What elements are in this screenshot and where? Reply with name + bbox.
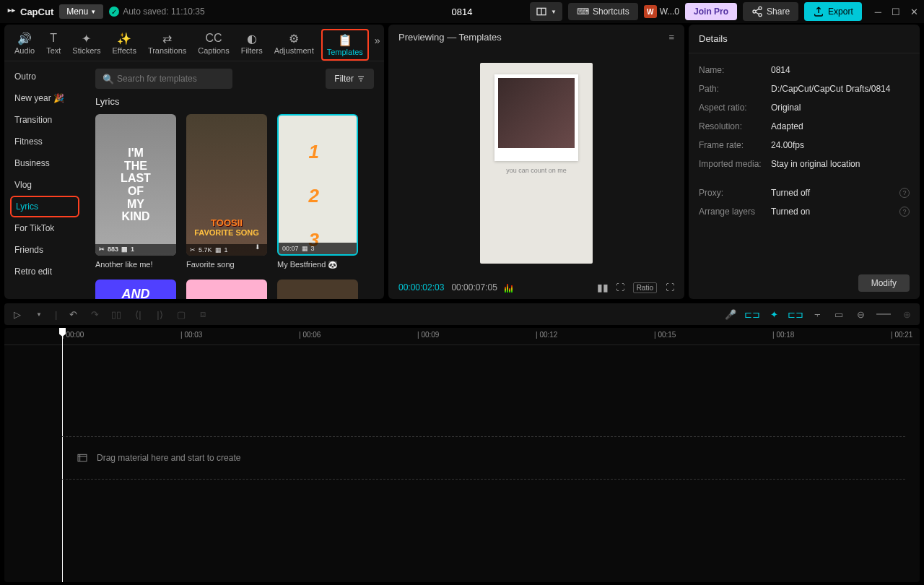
time-total: 00:00:07:05 bbox=[451, 282, 497, 292]
split-icon[interactable]: ▯▯ bbox=[110, 308, 122, 320]
templates-icon: 📋 bbox=[339, 33, 352, 46]
crop-icon[interactable]: ⛶ bbox=[616, 282, 624, 292]
search-icon: 🔍 bbox=[103, 74, 114, 84]
preview-title: Previewing — Templates bbox=[398, 32, 502, 43]
menu-button[interactable]: Menu ▼ bbox=[59, 4, 103, 19]
detail-label: Frame rate: bbox=[699, 140, 771, 150]
join-pro-button[interactable]: Join Pro bbox=[685, 3, 737, 20]
layout-button[interactable]: ▼ bbox=[530, 2, 562, 21]
redo-icon[interactable]: ↷ bbox=[89, 308, 100, 320]
trim-right-icon[interactable]: |⟩ bbox=[154, 308, 165, 320]
template-card[interactable] bbox=[186, 280, 267, 299]
sidebar-item-retroedit[interactable]: Retro edit bbox=[4, 261, 85, 282]
sidebar-item-friends[interactable]: Friends bbox=[4, 239, 85, 261]
zoom-in-icon[interactable]: ⊕ bbox=[901, 308, 912, 320]
detail-value: Turned on bbox=[771, 207, 899, 217]
info-icon[interactable]: ? bbox=[899, 207, 910, 217]
undo-icon[interactable]: ↶ bbox=[67, 308, 79, 320]
template-card[interactable]: 1 2 3 00:07 ▦3 My Bestfriend 🐼 bbox=[277, 114, 358, 269]
sidebar-item-newyear[interactable]: New year 🎉 bbox=[4, 87, 85, 109]
search-input[interactable] bbox=[95, 69, 232, 89]
align-icon[interactable]: ⫟ bbox=[811, 308, 823, 320]
tab-transitions[interactable]: ⇄Transitions bbox=[144, 29, 191, 58]
filter-button[interactable]: Filter bbox=[326, 69, 374, 89]
preview-menu-icon[interactable]: ≡ bbox=[668, 32, 674, 43]
ruler-mark: | 00:15 bbox=[654, 331, 676, 339]
template-card[interactable] bbox=[277, 280, 358, 299]
minimize-button[interactable]: ─ bbox=[875, 6, 881, 17]
media-icon bbox=[77, 452, 88, 464]
crop-tool-icon[interactable]: ⧈ bbox=[197, 308, 209, 320]
filters-icon: ◐ bbox=[245, 32, 258, 45]
detail-label: Arrange layers bbox=[699, 207, 771, 217]
tab-text[interactable]: TText bbox=[42, 29, 65, 58]
tab-captions[interactable]: CCCaptions bbox=[193, 29, 233, 58]
mic-icon[interactable]: 🎤 bbox=[725, 308, 736, 320]
pointer-tool-icon[interactable]: ▷ bbox=[12, 308, 23, 320]
section-title: Lyrics bbox=[95, 96, 374, 107]
sidebar-item-fortiktok[interactable]: For TikTok bbox=[4, 217, 85, 239]
user-info[interactable]: W W...0 bbox=[644, 5, 679, 18]
more-tabs-icon[interactable]: » bbox=[372, 29, 383, 52]
audio-levels-icon bbox=[505, 282, 513, 292]
link-icon[interactable]: ⊏⊐ bbox=[790, 308, 801, 320]
preview-tl-icon[interactable]: ▭ bbox=[833, 308, 845, 320]
close-button[interactable]: ✕ bbox=[910, 6, 918, 17]
detail-label: Name: bbox=[699, 65, 771, 75]
detail-label: Imported media: bbox=[699, 159, 771, 169]
sidebar-item-transition[interactable]: Transition bbox=[4, 109, 85, 131]
stickers-icon: ✦ bbox=[80, 32, 93, 45]
shortcuts-button[interactable]: ⌨ Shortcuts bbox=[568, 3, 638, 20]
sidebar-item-fitness[interactable]: Fitness bbox=[4, 131, 85, 152]
template-card[interactable]: TOOSII FAVORITE SONG ✂5.7K ▦1⬇ Favorite … bbox=[186, 114, 267, 269]
delete-icon[interactable]: ▢ bbox=[175, 308, 187, 320]
sidebar-item-vlog[interactable]: Vlog bbox=[4, 174, 85, 196]
detail-value: Original bbox=[771, 103, 910, 113]
sidebar-item-outro[interactable]: Outro bbox=[4, 66, 85, 87]
detail-value: 0814 bbox=[771, 65, 910, 75]
zoom-slider[interactable] bbox=[876, 313, 891, 315]
fullscreen-icon[interactable]: ⛶ bbox=[666, 282, 674, 292]
modify-button[interactable]: Modify bbox=[858, 274, 910, 292]
preview-canvas[interactable]: you can count on me bbox=[388, 50, 684, 276]
check-icon: ✓ bbox=[109, 6, 119, 17]
share-button[interactable]: Share bbox=[743, 2, 798, 21]
captions-icon: CC bbox=[207, 32, 220, 45]
download-icon[interactable]: ⬇ bbox=[255, 243, 265, 254]
pause-button[interactable]: ▮▮ bbox=[597, 282, 609, 293]
ruler-mark: | 00:09 bbox=[417, 331, 439, 339]
sidebar-item-lyrics[interactable]: Lyrics bbox=[10, 196, 79, 217]
template-card[interactable]: I'M THE LAST OF MY KIND ✂883 ▦1 Another … bbox=[95, 114, 176, 269]
info-icon[interactable]: ? bbox=[899, 188, 910, 198]
project-title: 0814 bbox=[452, 6, 473, 17]
details-title: Details bbox=[689, 25, 920, 53]
tab-adjustment[interactable]: ⚙Adjustment bbox=[270, 29, 318, 58]
audio-icon: 🔊 bbox=[18, 32, 31, 45]
transitions-icon: ⇄ bbox=[161, 32, 174, 45]
tab-effects[interactable]: ✨Effects bbox=[108, 29, 140, 58]
detail-value: 24.00fps bbox=[771, 140, 910, 150]
tab-templates[interactable]: 📋Templates bbox=[321, 29, 369, 61]
detail-value: D:/CapCut/CapCut Drafts/0814 bbox=[771, 84, 910, 94]
sidebar-item-business[interactable]: Business bbox=[4, 152, 85, 174]
maximize-button[interactable]: ☐ bbox=[892, 6, 900, 17]
detail-label: Resolution: bbox=[699, 121, 771, 131]
ratio-button[interactable]: Ratio bbox=[633, 282, 657, 293]
snap-icon[interactable]: ✦ bbox=[768, 308, 780, 320]
detail-label: Aspect ratio: bbox=[699, 103, 771, 113]
export-button[interactable]: Export bbox=[804, 2, 862, 21]
app-logo: CapCut bbox=[6, 6, 53, 17]
autosave-status: ✓ Auto saved: 11:10:35 bbox=[109, 6, 204, 17]
svg-rect-2 bbox=[78, 454, 87, 461]
magnet-icon[interactable]: ⊏⊐ bbox=[746, 308, 758, 320]
chevron-down-icon[interactable]: ▼ bbox=[33, 308, 45, 320]
tab-stickers[interactable]: ✦Stickers bbox=[68, 29, 105, 58]
user-avatar: W bbox=[644, 5, 657, 18]
trim-left-icon[interactable]: ⟨| bbox=[132, 308, 144, 320]
timeline-dropzone[interactable]: Drag material here and start to create bbox=[62, 436, 905, 480]
text-icon: T bbox=[47, 32, 60, 45]
tab-filters[interactable]: ◐Filters bbox=[237, 29, 267, 58]
tab-audio[interactable]: 🔊Audio bbox=[10, 29, 39, 58]
zoom-out-icon[interactable]: ⊖ bbox=[855, 308, 866, 320]
template-card[interactable]: AND bbox=[95, 280, 176, 299]
